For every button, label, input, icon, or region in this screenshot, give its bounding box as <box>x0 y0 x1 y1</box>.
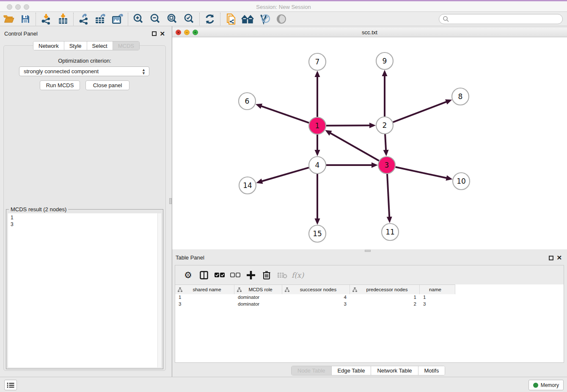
graph-node-label: 8 <box>458 92 463 101</box>
graph-edge[interactable] <box>393 102 448 122</box>
memory-label: Memory <box>541 382 559 388</box>
column-header-MCDS-role[interactable]: MCDS role <box>234 285 282 294</box>
table-cell[interactable]: dominator <box>234 294 282 301</box>
horizontal-splitter[interactable] <box>172 249 567 252</box>
node-table-header[interactable]: shared nameMCDS rolesuccessor nodesprede… <box>175 284 455 294</box>
zoom-selected-icon[interactable] <box>181 12 198 26</box>
close-panel-button[interactable]: Close panel <box>85 80 129 90</box>
vertical-splitter[interactable] <box>169 26 172 377</box>
column-layout-icon[interactable] <box>196 268 212 283</box>
edge-arrowhead <box>315 218 320 225</box>
network-window-titlebar[interactable]: ✕ − + scc.txt <box>172 28 567 37</box>
node-table-body[interactable]: 1dominator4113dominator323 <box>175 294 455 307</box>
graph-edge[interactable] <box>261 168 309 182</box>
table-cell[interactable]: 1 <box>420 294 455 301</box>
edge-arrowhead <box>256 179 263 184</box>
tab-motifs[interactable]: Motifs <box>418 366 445 375</box>
control-panel: Control Panel ✕ Network Style Select MCD… <box>0 26 169 377</box>
bird-eye-view-icon[interactable] <box>273 12 290 26</box>
tab-node-table[interactable]: Node Table <box>292 366 332 375</box>
task-history-button[interactable] <box>4 380 17 390</box>
table-tabs: Node Table Edge Table Network Table Moti… <box>291 366 445 375</box>
table-cell[interactable]: 1 <box>175 294 234 301</box>
column-header-predecessor-nodes[interactable]: predecessor nodes <box>350 285 420 294</box>
graph-node-label: 14 <box>243 181 252 190</box>
column-header-shared-name[interactable]: shared name <box>175 285 234 294</box>
add-column-icon[interactable] <box>243 268 259 283</box>
table-cell[interactable]: dominator <box>234 301 282 307</box>
node-table-container: ⚙ f(x) shared nameMCDS rolesuccessor nod… <box>175 265 564 363</box>
splitter-handle[interactable] <box>169 198 172 204</box>
search-input[interactable] <box>449 16 562 22</box>
float-table-panel-icon[interactable] <box>549 256 553 260</box>
window-title: Session: New Session <box>0 4 567 10</box>
titlebar: Session: New Session <box>0 1 567 12</box>
table-settings-icon[interactable]: ⚙ <box>180 268 196 283</box>
criterion-dropdown[interactable]: strongly connected component ▲▼ <box>19 66 149 76</box>
close-table-panel-icon[interactable]: ✕ <box>556 254 562 262</box>
graph-edge[interactable] <box>396 167 448 178</box>
search-box[interactable] <box>439 14 563 24</box>
import-table-icon[interactable] <box>55 12 72 26</box>
graph-edge[interactable] <box>385 134 386 151</box>
edge-arrowhead <box>372 163 378 168</box>
result-scrollbar[interactable] <box>157 213 161 367</box>
edge-arrowhead <box>369 123 376 128</box>
splitter-handle[interactable] <box>365 250 371 252</box>
float-panel-icon[interactable] <box>152 31 157 36</box>
close-panel-icon[interactable]: ✕ <box>160 30 165 38</box>
import-network-icon[interactable] <box>38 12 55 26</box>
tab-network-table[interactable]: Network Table <box>371 366 418 375</box>
column-header-successor-nodes[interactable]: successor nodes <box>282 285 350 294</box>
tab-network[interactable]: Network <box>33 41 64 50</box>
tab-edge-table[interactable]: Edge Table <box>332 366 372 375</box>
delete-column-icon[interactable] <box>259 268 274 283</box>
graph-edge[interactable] <box>326 125 371 126</box>
zoom-out-icon[interactable] <box>147 12 164 26</box>
clone-network-icon[interactable] <box>222 12 239 26</box>
refresh-view-icon[interactable] <box>201 12 218 26</box>
column-header-name[interactable]: name <box>420 285 455 294</box>
mcds-result-text[interactable]: 1 3 <box>8 213 161 367</box>
table-panel: Table Panel ✕ ⚙ f(x) shared <box>172 252 567 377</box>
table-cell[interactable]: 3 <box>420 301 455 307</box>
table-row[interactable]: 3dominator323 <box>175 301 455 307</box>
select-all-checkboxes-icon[interactable] <box>212 268 227 283</box>
table-toolbar: ⚙ f(x) <box>175 265 564 284</box>
table-cell[interactable]: 4 <box>282 294 350 301</box>
zoom-in-icon[interactable] <box>130 12 147 26</box>
tab-mcds[interactable]: MCDS <box>113 41 139 50</box>
graph-edge[interactable] <box>260 106 309 123</box>
open-browser-icon[interactable] <box>239 12 256 26</box>
edge-arrowhead <box>382 70 388 76</box>
criterion-value: strongly connected component <box>24 68 99 75</box>
memory-button[interactable]: Memory <box>528 380 564 390</box>
network-canvas[interactable]: 7968124314101511 <box>172 37 567 249</box>
network-graph[interactable]: 7968124314101511 <box>172 37 567 249</box>
export-image-icon[interactable] <box>109 12 126 26</box>
table-row[interactable]: 1dominator411 <box>175 294 455 301</box>
toolbar-separator <box>220 13 220 25</box>
table-cell[interactable]: 1 <box>350 294 420 301</box>
table-panel-title: Table Panel <box>176 254 204 261</box>
edge-arrowhead <box>446 175 452 181</box>
tab-style[interactable]: Style <box>64 41 87 50</box>
table-cell[interactable]: 2 <box>350 301 420 307</box>
open-file-icon[interactable] <box>0 12 17 26</box>
dropdown-stepper-icon: ▲▼ <box>142 68 146 75</box>
export-network-icon[interactable] <box>75 12 92 26</box>
deselect-all-checkboxes-icon[interactable] <box>227 268 243 283</box>
column-type-icon <box>352 287 357 292</box>
zoom-fit-icon[interactable] <box>164 12 181 26</box>
hide-graphics-details-icon[interactable] <box>256 12 273 26</box>
export-table-icon[interactable] <box>92 12 109 26</box>
toolbar-separator <box>36 13 36 25</box>
toolbar-separator <box>73 13 74 25</box>
save-session-icon[interactable] <box>17 12 34 26</box>
run-mcds-button[interactable]: Run MCDS <box>40 80 80 90</box>
tab-select[interactable]: Select <box>87 41 113 50</box>
graph-edge[interactable] <box>330 133 379 160</box>
graph-edge[interactable] <box>387 174 389 218</box>
table-cell[interactable]: 3 <box>175 301 234 307</box>
table-cell[interactable]: 3 <box>282 301 350 307</box>
